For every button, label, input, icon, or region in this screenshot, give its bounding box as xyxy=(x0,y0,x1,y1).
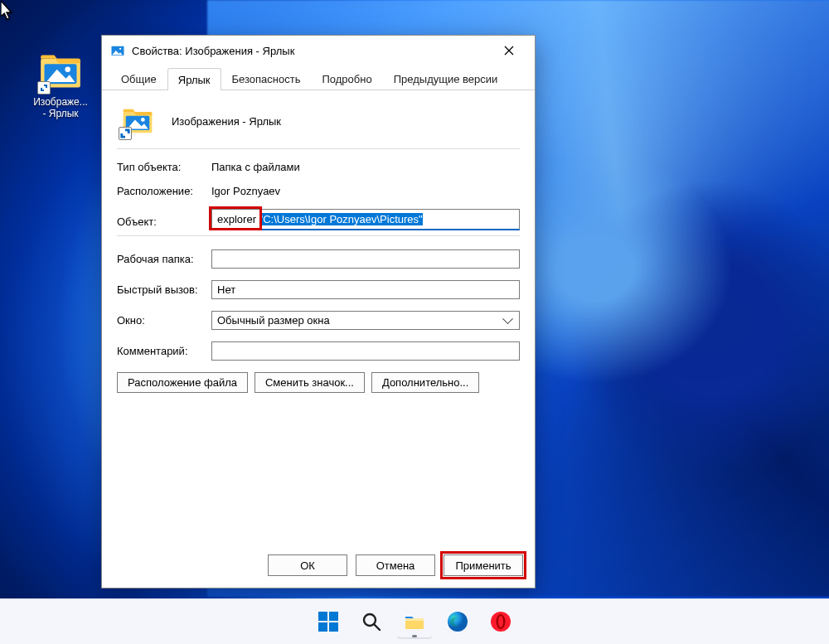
dialog-title-icon xyxy=(110,43,125,58)
type-value: Папка с файлами xyxy=(211,161,520,173)
search-icon xyxy=(360,610,383,633)
target-path-selection: "C:\Users\Igor Poznyaev\Pictures" xyxy=(259,213,423,225)
location-label: Расположение: xyxy=(117,185,211,197)
taskbar-file-explorer[interactable] xyxy=(397,604,432,639)
edge-icon xyxy=(446,610,469,633)
comment-label: Комментарий: xyxy=(117,345,211,357)
target-label: Объект: xyxy=(117,212,211,228)
svg-point-6 xyxy=(119,48,121,50)
change-icon-button[interactable]: Сменить значок... xyxy=(255,372,365,393)
item-name: Изображения - Ярлык xyxy=(172,115,281,128)
target-input[interactable]: explorer "C:\Users\Igor Poznyaev\Picture… xyxy=(211,209,520,230)
svg-rect-14 xyxy=(329,622,338,632)
file-explorer-icon xyxy=(403,610,426,633)
ok-button[interactable]: ОК xyxy=(268,554,347,576)
taskbar-edge[interactable] xyxy=(440,604,475,639)
run-label: Окно: xyxy=(117,314,211,327)
svg-point-22 xyxy=(498,616,503,627)
shortcut-tab-body: Изображения - Ярлык Тип объекта: Папка с… xyxy=(102,90,535,545)
svg-rect-12 xyxy=(329,612,338,621)
tab-shortcut[interactable]: Ярлык xyxy=(167,68,221,90)
windows-logo-icon xyxy=(317,610,340,633)
run-select[interactable]: Обычный размер окна xyxy=(211,311,520,330)
shortcut-arrow-icon xyxy=(37,81,51,94)
shortcut-label-line1: Изображе... xyxy=(25,96,96,108)
taskbar xyxy=(0,598,829,644)
svg-line-16 xyxy=(375,625,381,631)
taskbar-opera[interactable] xyxy=(483,604,518,639)
shortcutkey-input[interactable] xyxy=(211,280,520,299)
tab-general[interactable]: Общие xyxy=(110,67,167,90)
location-value: Igor Poznyaev xyxy=(211,185,520,197)
svg-rect-11 xyxy=(318,612,327,621)
shortcutkey-label: Быстрый вызов: xyxy=(117,283,211,296)
properties-dialog: Свойства: Изображения - Ярлык Общие Ярлы… xyxy=(101,35,536,588)
svg-rect-13 xyxy=(318,622,327,632)
dialog-title: Свойства: Изображения - Ярлык xyxy=(132,45,490,57)
dialog-titlebar[interactable]: Свойства: Изображения - Ярлык xyxy=(102,36,535,65)
comment-input[interactable] xyxy=(211,341,520,361)
tab-previous-versions[interactable]: Предыдущие версии xyxy=(383,67,509,90)
svg-point-10 xyxy=(141,118,145,122)
start-button[interactable] xyxy=(311,604,346,639)
tabs: Общие Ярлык Безопасность Подробно Предыд… xyxy=(102,65,535,90)
type-label: Тип объекта: xyxy=(117,161,211,173)
mouse-cursor-icon xyxy=(1,1,14,19)
taskbar-search[interactable] xyxy=(354,604,389,639)
tab-details[interactable]: Подробно xyxy=(311,67,382,90)
svg-rect-18 xyxy=(405,618,424,621)
workdir-label: Рабочая папка: xyxy=(117,253,211,265)
apply-button[interactable]: Применить xyxy=(444,554,523,576)
close-button[interactable] xyxy=(490,37,528,64)
workdir-input[interactable] xyxy=(211,249,520,269)
open-file-location-button[interactable]: Расположение файла xyxy=(117,372,248,393)
cancel-button[interactable]: Отмена xyxy=(356,554,435,576)
svg-point-3 xyxy=(65,67,70,73)
dialog-footer: ОК Отмена Применить xyxy=(102,545,535,588)
close-icon xyxy=(504,46,514,56)
target-prefix: explorer xyxy=(217,213,259,225)
opera-icon xyxy=(489,610,512,633)
shortcut-label-line2: - Ярлык xyxy=(25,108,96,119)
tab-security[interactable]: Безопасность xyxy=(221,67,312,90)
advanced-button[interactable]: Дополнительно... xyxy=(371,372,479,393)
desktop-shortcut-images[interactable]: Изображе... - Ярлык xyxy=(25,50,96,119)
shortcut-arrow-icon xyxy=(119,127,132,140)
